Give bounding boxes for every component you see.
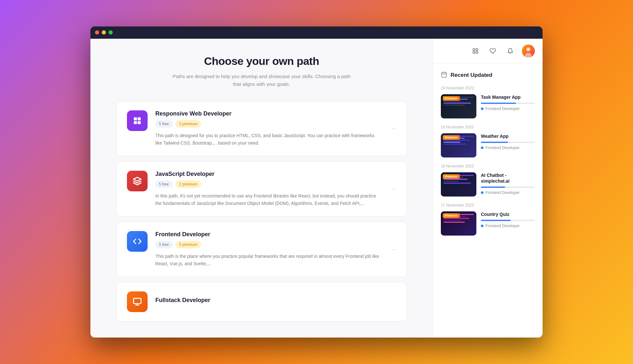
path-icon-javascript	[127, 171, 148, 191]
badge-free-javascript: 5 free	[155, 181, 172, 188]
svg-rect-15	[442, 72, 447, 77]
recent-thumbnail-3: Premium	[441, 211, 476, 236]
path-arrow-frontend: →	[390, 246, 396, 253]
category-dot-2	[481, 191, 483, 194]
recent-thumbnail-0: Premium	[441, 94, 476, 118]
date-label-1: 18 November 2023	[441, 125, 535, 129]
svg-rect-1	[138, 117, 140, 120]
path-name-javascript: JavaScript Developer	[155, 171, 382, 177]
path-icon-responsive	[127, 110, 148, 131]
path-info-fullstack: Fullstack Developer	[155, 297, 396, 307]
recent-category-0: Frontend Developer	[481, 106, 535, 111]
svg-rect-8	[473, 48, 475, 50]
svg-marker-4	[133, 177, 141, 181]
date-label-2: 18 November 2023	[441, 164, 535, 168]
badge-premium-responsive: 3 premium	[176, 120, 201, 127]
path-card-javascript[interactable]: JavaScript Developer 5 free 2 premium In…	[116, 161, 407, 217]
recent-item-3[interactable]: Premium Country Quiz Frontend Developer	[441, 211, 535, 236]
recent-title: Recent Updated	[441, 71, 535, 79]
close-button[interactable]	[95, 30, 99, 35]
path-badges-frontend: 5 free 5 premium	[155, 241, 382, 248]
category-dot-3	[481, 225, 483, 227]
path-desc-javascript: In this path, it's not yet recommended t…	[155, 192, 382, 207]
page-header: Choose your own path Paths are designed …	[116, 55, 407, 88]
date-label-3: 17 November 2023	[441, 203, 535, 207]
path-badges-javascript: 5 free 2 premium	[155, 181, 382, 188]
recent-thumbnail-1: Premium	[441, 133, 476, 157]
bell-icon[interactable]	[504, 45, 516, 57]
progress-container-2	[481, 187, 535, 188]
recent-item-0[interactable]: Premium Task Manager App Frontend Develo…	[441, 94, 535, 118]
svg-rect-3	[138, 121, 140, 124]
svg-rect-9	[476, 48, 478, 50]
path-icon-frontend	[127, 231, 148, 252]
minimize-button[interactable]	[102, 30, 106, 35]
grid-icon[interactable]	[470, 45, 481, 57]
path-card-frontend[interactable]: Frontend Developer 5 free 5 premium This…	[116, 222, 407, 277]
premium-badge-2: Premium	[443, 174, 460, 179]
badge-free-frontend: 5 free	[155, 241, 172, 248]
path-badges-responsive: 5 free 3 premium	[155, 120, 382, 127]
date-label-0: 19 November 2023	[441, 86, 535, 90]
category-dot-1	[481, 147, 483, 149]
path-info-javascript: JavaScript Developer 5 free 2 premium In…	[155, 171, 382, 207]
path-name-fullstack: Fullstack Developer	[155, 297, 396, 304]
recent-info-3: Country Quiz Frontend Developer	[481, 211, 535, 236]
path-arrow-responsive: →	[390, 125, 396, 132]
sidebar-header	[433, 39, 543, 64]
progress-container-3	[481, 220, 535, 221]
path-desc-responsive: This path is designed for you to practic…	[155, 132, 382, 147]
right-sidebar: Recent Updated 19 November 2023 Premium	[433, 39, 543, 338]
premium-badge-3: Premium	[443, 213, 460, 218]
recent-info-2: AI Chatbot - simplechat.ai Frontend Deve…	[481, 172, 535, 197]
avatar[interactable]	[522, 45, 535, 57]
app-window: Choose your own path Paths are designed …	[90, 26, 543, 338]
premium-badge-0: Premium	[443, 96, 460, 101]
path-name-responsive: Responsive Web Developer	[155, 110, 382, 117]
svg-point-13	[526, 47, 530, 51]
main-content: Choose your own path Paths are designed …	[90, 39, 433, 338]
recent-item-1[interactable]: Premium Weather App Frontend Developer	[441, 133, 535, 157]
recent-category-2: Frontend Developer	[481, 190, 535, 195]
progress-bar-1	[481, 142, 508, 143]
recent-section-icon	[441, 71, 447, 79]
recent-section: Recent Updated 19 November 2023 Premium	[433, 64, 543, 236]
badge-free-responsive: 5 free	[155, 120, 172, 127]
recent-name-1: Weather App	[481, 133, 535, 139]
svg-rect-2	[134, 121, 137, 124]
heart-icon[interactable]	[487, 45, 499, 57]
path-name-frontend: Frontend Developer	[155, 231, 382, 238]
path-arrow-javascript: →	[390, 185, 396, 193]
svg-rect-0	[134, 117, 137, 120]
recent-thumbnail-2: Premium	[441, 172, 476, 197]
maximize-button[interactable]	[109, 30, 113, 35]
recent-name-3: Country Quiz	[481, 211, 535, 217]
progress-bar-3	[481, 220, 511, 221]
premium-badge-1: Premium	[443, 135, 460, 140]
page-title: Choose your own path	[116, 55, 407, 67]
progress-container-0	[481, 103, 535, 104]
progress-container-1	[481, 142, 535, 143]
svg-rect-10	[473, 51, 475, 53]
badge-premium-frontend: 5 premium	[176, 241, 201, 248]
path-card-fullstack[interactable]: Fullstack Developer	[116, 282, 407, 321]
path-icon-fullstack	[127, 291, 148, 312]
app-body: Choose your own path Paths are designed …	[90, 39, 543, 338]
recent-category-3: Frontend Developer	[481, 224, 535, 228]
recent-name-0: Task Manager App	[481, 94, 535, 100]
recent-info-0: Task Manager App Frontend Developer	[481, 94, 535, 118]
svg-rect-11	[476, 51, 478, 53]
path-desc-frontend: This path is the place where you practic…	[155, 253, 382, 268]
badge-premium-javascript: 2 premium	[176, 181, 201, 188]
recent-info-1: Weather App Frontend Developer	[481, 133, 535, 157]
path-card-responsive[interactable]: Responsive Web Developer 5 free 3 premiu…	[116, 101, 407, 156]
progress-bar-0	[481, 103, 516, 104]
category-dot-0	[481, 107, 483, 110]
page-subtitle: Paths are designed to help you develop a…	[171, 73, 352, 88]
recent-item-2[interactable]: Premium AI Chatbot - simplechat.ai Front…	[441, 172, 535, 197]
recent-name-2: AI Chatbot - simplechat.ai	[481, 172, 535, 184]
progress-bar-2	[481, 187, 505, 188]
svg-rect-5	[133, 298, 141, 304]
path-info-responsive: Responsive Web Developer 5 free 3 premiu…	[155, 110, 382, 147]
path-info-frontend: Frontend Developer 5 free 5 premium This…	[155, 231, 382, 268]
